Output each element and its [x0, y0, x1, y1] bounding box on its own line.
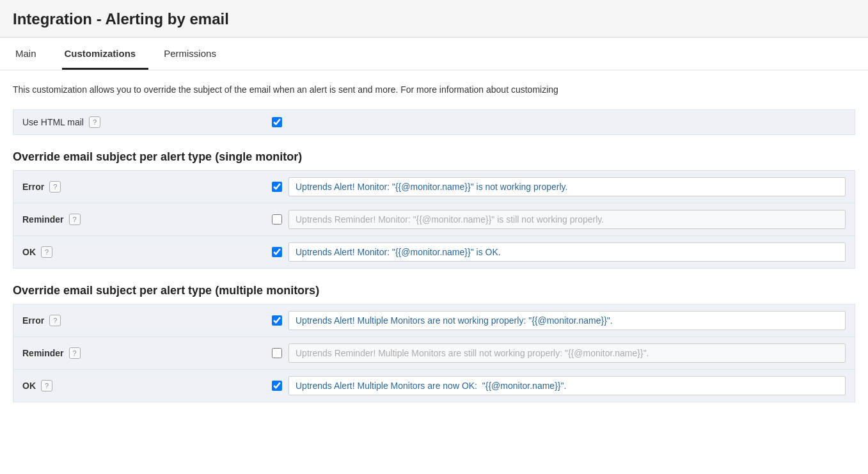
- single-error-text-input[interactable]: [288, 177, 846, 196]
- single-ok-text-input[interactable]: [288, 242, 846, 262]
- multi-error-input-wrapper: [272, 311, 846, 330]
- multi-reminder-label-text: Reminder: [22, 348, 64, 358]
- multi-ok-input-wrapper: [272, 376, 846, 395]
- multi-ok-text-input[interactable]: [288, 376, 846, 395]
- multi-error-checkbox[interactable]: [272, 315, 282, 326]
- page-container: Integration - Alerting by email Main Cus…: [0, 0, 868, 474]
- single-ok-label: OK ?: [22, 246, 272, 258]
- single-reminder-text-input: [288, 210, 846, 229]
- single-error-checkbox[interactable]: [272, 182, 282, 192]
- multi-error-label-text: Error: [22, 315, 44, 326]
- use-html-mail-label: Use HTML mail ?: [22, 116, 272, 128]
- page-header: Integration - Alerting by email: [0, 0, 868, 38]
- single-reminder-label: Reminder ?: [22, 214, 272, 225]
- tab-customizations[interactable]: Customizations: [62, 38, 149, 70]
- single-reminder-checkbox[interactable]: [272, 214, 282, 225]
- use-html-mail-value: [272, 117, 846, 127]
- single-ok-label-text: OK: [22, 247, 36, 257]
- multi-ok-help-icon[interactable]: ?: [41, 380, 52, 391]
- tab-permissions[interactable]: Permissions: [161, 38, 229, 70]
- multi-error-label: Error ?: [22, 315, 272, 326]
- use-html-mail-checkbox[interactable]: [272, 117, 282, 127]
- description-text: This customization allows you to overrid…: [13, 83, 855, 97]
- multi-reminder-help-icon[interactable]: ?: [69, 347, 81, 359]
- multi-ok-row: OK ?: [13, 370, 855, 402]
- content-area: This customization allows you to overrid…: [0, 70, 868, 415]
- multiple-monitors-section-title: Override email subject per alert type (m…: [13, 284, 855, 297]
- single-error-label: Error ?: [22, 181, 272, 193]
- multi-reminder-row: Reminder ?: [13, 337, 855, 370]
- multi-ok-label: OK ?: [22, 380, 272, 391]
- multi-ok-checkbox[interactable]: [272, 381, 282, 391]
- single-ok-checkbox[interactable]: [272, 247, 282, 257]
- multi-reminder-text-input: [288, 344, 846, 363]
- single-error-help-icon[interactable]: ?: [49, 181, 61, 193]
- use-html-mail-row: Use HTML mail ?: [13, 109, 855, 135]
- use-html-mail-label-text: Use HTML mail: [22, 117, 84, 127]
- multi-error-row: Error ?: [13, 304, 855, 337]
- single-monitor-rows: Error ? Reminder ?: [13, 170, 855, 269]
- tab-main[interactable]: Main: [13, 38, 49, 70]
- multi-ok-label-text: OK: [22, 381, 36, 391]
- multi-reminder-label: Reminder ?: [22, 347, 272, 359]
- single-reminder-input-wrapper: [272, 210, 846, 229]
- single-reminder-row: Reminder ?: [13, 203, 855, 236]
- single-reminder-help-icon[interactable]: ?: [69, 214, 81, 225]
- single-error-label-text: Error: [22, 182, 44, 192]
- page-title: Integration - Alerting by email: [13, 10, 855, 28]
- single-ok-input-wrapper: [272, 242, 846, 262]
- single-error-input-wrapper: [272, 177, 846, 196]
- multi-reminder-input-wrapper: [272, 344, 846, 363]
- single-monitor-section-title: Override email subject per alert type (s…: [13, 150, 855, 164]
- multi-error-text-input[interactable]: [288, 311, 846, 330]
- multi-error-help-icon[interactable]: ?: [49, 315, 61, 326]
- single-ok-row: OK ?: [13, 236, 855, 268]
- multiple-monitors-rows: Error ? Reminder ?: [13, 304, 855, 402]
- use-html-mail-help-icon[interactable]: ?: [89, 116, 100, 128]
- single-error-row: Error ?: [13, 171, 855, 203]
- single-reminder-label-text: Reminder: [22, 214, 64, 225]
- single-ok-help-icon[interactable]: ?: [41, 246, 52, 258]
- tabs-bar: Main Customizations Permissions: [0, 38, 868, 70]
- multi-reminder-checkbox[interactable]: [272, 348, 282, 358]
